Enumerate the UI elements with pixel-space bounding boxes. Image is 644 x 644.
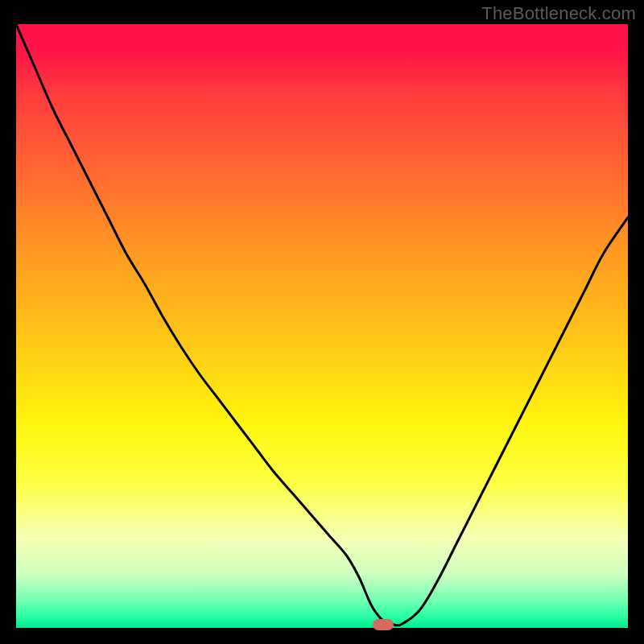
plot-area: [16, 24, 628, 628]
bottleneck-curve: [16, 24, 628, 628]
min-point-marker: [373, 619, 394, 630]
chart-frame: TheBottleneck.com: [0, 0, 644, 644]
watermark-text: TheBottleneck.com: [481, 3, 636, 24]
